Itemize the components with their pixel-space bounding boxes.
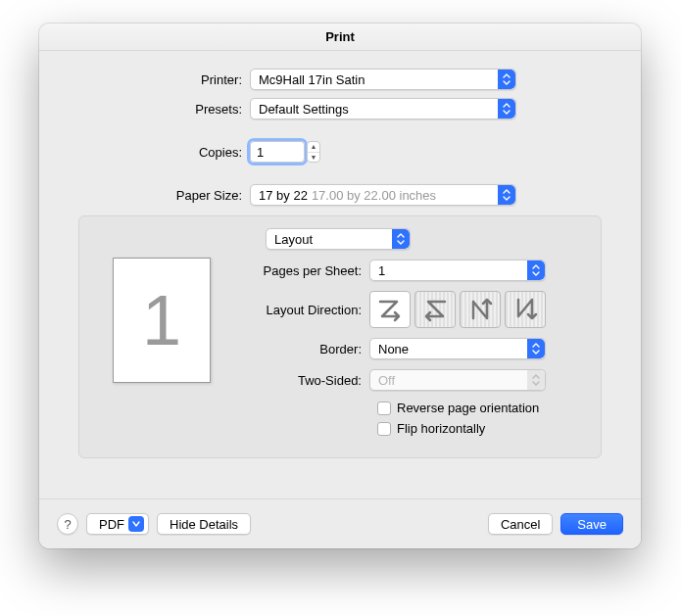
dialog-footer: ? PDF Hide Details Cancel Save [39,498,641,548]
pages-per-sheet-selected: 1 [378,263,385,278]
layout-direction-n2-icon[interactable] [505,291,546,328]
layout-direction-n-icon[interactable] [460,291,501,328]
hide-details-label: Hide Details [170,517,238,532]
cancel-button[interactable]: Cancel [488,513,553,535]
paper-size-label: Paper Size: [59,188,250,203]
page-preview: 1 [113,258,211,383]
reverse-orientation-checkbox[interactable] [377,402,391,415]
stepper-down-icon[interactable]: ▼ [308,153,319,163]
popup-arrows-icon [527,339,545,358]
hide-details-button[interactable]: Hide Details [157,513,251,535]
stepper-up-icon[interactable]: ▲ [308,142,319,153]
window-title: Print [39,24,641,51]
help-button[interactable]: ? [57,513,78,535]
layout-panel: Layout 1 Pages per Sheet: 1 [78,215,602,458]
printer-popup[interactable]: Mc9Hall 17in Satin [250,69,516,90]
section-selected: Layout [274,232,313,247]
help-icon: ? [64,517,71,532]
layout-direction-group [369,291,546,328]
layout-direction-s-icon[interactable] [414,291,456,328]
layout-direction-z-icon[interactable] [369,291,411,328]
flip-horizontally-label: Flip horizontally [397,421,485,436]
pages-per-sheet-popup[interactable]: 1 [369,260,546,281]
presets-popup[interactable]: Default Settings [250,98,516,119]
popup-arrows-icon [527,370,545,390]
chevron-down-icon [128,516,144,532]
dialog-body: Printer: Mc9Hall 17in Satin Presets: Def… [39,51,641,498]
popup-arrows-icon [498,99,515,118]
popup-arrows-icon [498,70,515,89]
print-dialog: Print Printer: Mc9Hall 17in Satin Preset… [39,24,641,548]
paper-size-selected: 17 by 22 [259,188,308,203]
paper-size-detail: 17.00 by 22.00 inches [312,188,436,203]
title-text: Print [325,29,355,44]
border-popup[interactable]: None [369,338,546,359]
cancel-label: Cancel [501,517,540,532]
paper-size-popup[interactable]: 17 by 22 17.00 by 22.00 inches [250,184,516,206]
popup-arrows-icon [527,261,545,280]
popup-arrows-icon [392,229,410,249]
two-sided-selected: Off [378,373,395,388]
copies-input[interactable] [250,141,305,163]
reverse-orientation-label: Reverse page orientation [397,401,539,415]
border-selected: None [378,342,409,356]
preview-page-number: 1 [142,280,181,360]
copies-label: Copies: [59,145,250,160]
pdf-menu-button[interactable]: PDF [86,513,149,535]
presets-selected: Default Settings [259,102,349,117]
save-button[interactable]: Save [560,513,623,535]
section-popup[interactable]: Layout [266,228,411,250]
copies-stepper[interactable]: ▲ ▼ [307,141,320,163]
save-label: Save [577,517,607,532]
presets-label: Presets: [59,102,250,117]
flip-horizontally-checkbox[interactable] [377,422,391,436]
pdf-label: PDF [99,517,124,532]
two-sided-popup: Off [369,369,546,391]
popup-arrows-icon [498,185,515,205]
printer-label: Printer: [59,72,250,87]
printer-selected: Mc9Hall 17in Satin [259,72,365,87]
